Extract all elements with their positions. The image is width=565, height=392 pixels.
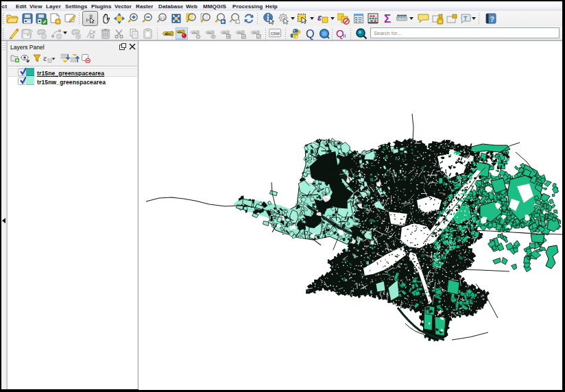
svg-text:abc: abc (237, 31, 243, 34)
svg-text:abc: abc (165, 32, 171, 36)
svg-text:abc: abc (178, 30, 183, 34)
svg-text:1:1: 1:1 (160, 16, 165, 20)
svg-text:II: II (343, 33, 346, 39)
svg-text:abc: abc (252, 31, 258, 34)
svg-text:ε: ε (317, 12, 322, 23)
svg-text:CSW: CSW (270, 32, 280, 36)
svg-text:Q: Q (306, 28, 314, 40)
svg-text:Σ: Σ (384, 12, 391, 25)
svg-text:T: T (464, 15, 468, 22)
svg-text:abc: abc (192, 31, 197, 34)
svg-text:abc: abc (207, 31, 213, 34)
svg-text:ε: ε (43, 54, 47, 62)
svg-text:?: ? (490, 15, 494, 23)
svg-text:abc: abc (222, 31, 228, 34)
